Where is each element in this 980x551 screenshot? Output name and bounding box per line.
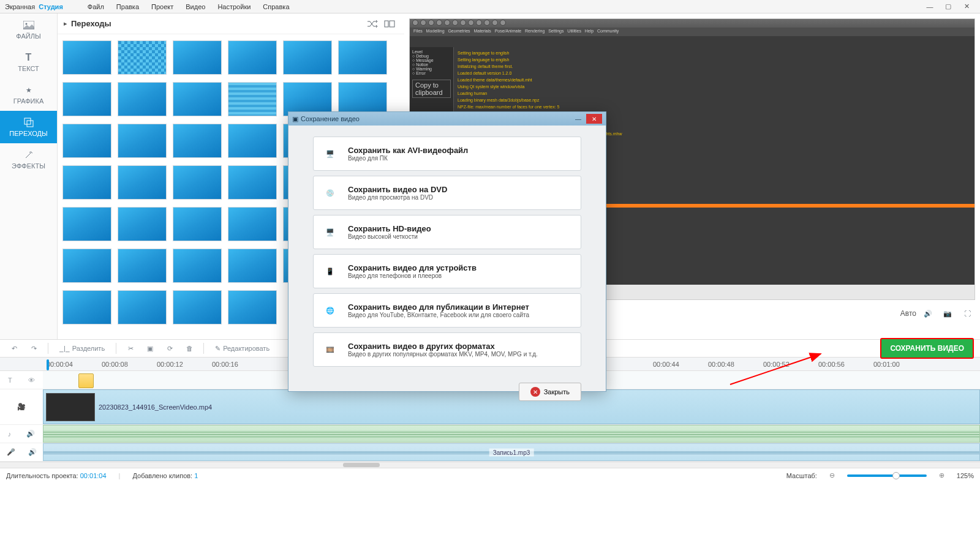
status-bar: Длительность проекта: 00:01:04 | Добавле… (0, 468, 980, 482)
sidebar-item-graphics[interactable]: ★ ГРАФИКА (0, 78, 57, 111)
menu-project[interactable]: Проект (145, 1, 179, 12)
eye-icon[interactable]: 👁 (28, 377, 35, 384)
edit-button[interactable]: ✎Редактировать (210, 341, 274, 356)
transition-thumb[interactable] (118, 249, 167, 283)
sidebar-item-label: ГРАФИКА (13, 97, 44, 105)
audio-track-1: ♪🔊 (0, 425, 980, 443)
sidebar-item-text[interactable]: T ТЕКСТ (0, 46, 57, 78)
play-icon: ▸ (64, 20, 67, 28)
text-clip[interactable] (78, 373, 94, 388)
audio-track-2: 🎤🔊 Запись1.mp3 (0, 443, 980, 462)
cut-button[interactable]: ✂ (123, 341, 138, 356)
svg-rect-2 (24, 118, 31, 124)
menu-video[interactable]: Видео (179, 1, 211, 12)
transition-thumb[interactable] (173, 290, 222, 324)
volume-icon[interactable]: 🔊 (920, 306, 936, 321)
dialog-minimize-button[interactable]: — (570, 114, 586, 124)
transition-thumb[interactable] (62, 207, 111, 241)
maximize-button[interactable]: ▢ (940, 2, 957, 12)
transition-thumb[interactable] (228, 207, 277, 241)
transition-thumb[interactable] (118, 40, 167, 75)
title-bar: Экранная Студия Файл Правка Проект Видео… (0, 0, 980, 13)
fullscreen-icon[interactable]: ⛶ (959, 306, 975, 321)
menu-settings[interactable]: Настройки (211, 1, 257, 12)
transition-thumb[interactable] (338, 40, 387, 75)
transition-thumb[interactable] (228, 249, 277, 283)
sidebar-item-label: ФАЙЛЫ (16, 32, 40, 40)
transition-thumb[interactable] (228, 165, 277, 200)
transition-thumb[interactable] (62, 290, 111, 324)
transition-thumb[interactable] (62, 249, 111, 283)
svg-rect-5 (390, 21, 394, 27)
crop-button[interactable]: ▣ (142, 341, 158, 356)
transition-thumb[interactable] (228, 82, 277, 116)
hd-monitor-icon: 🖥️ (321, 223, 339, 241)
save-option-dvd[interactable]: 💿 Сохранить видео на DVDВидео для просмо… (313, 176, 581, 210)
transition-thumb[interactable] (118, 290, 167, 324)
transition-thumb[interactable] (118, 124, 167, 158)
menu-help[interactable]: Справка (257, 1, 295, 12)
layout-button[interactable] (381, 17, 398, 31)
save-option-hd[interactable]: 🖥️ Сохранить HD-видеоВидео высокой четко… (313, 215, 581, 249)
zoom-slider[interactable] (847, 474, 927, 477)
transition-thumb[interactable] (62, 124, 111, 158)
globe-icon: 🌐 (321, 301, 339, 320)
svg-point-1 (25, 23, 27, 25)
split-icon: ⎯|⎯ (59, 345, 70, 352)
transition-thumb[interactable] (173, 124, 222, 158)
close-button[interactable]: ✕ (958, 2, 975, 12)
zoom-in-button[interactable]: ⊕ (939, 471, 944, 479)
undo-button[interactable]: ↶ (6, 341, 22, 356)
sidebar-item-files[interactable]: ФАЙЛЫ (0, 13, 57, 46)
music-icon: ♪ (8, 430, 12, 438)
zoom-out-button[interactable]: ⊖ (829, 471, 835, 479)
dialog-close-button[interactable]: ✕ (586, 114, 602, 124)
transition-thumb[interactable] (228, 290, 277, 324)
transition-thumb[interactable] (283, 40, 332, 75)
zoom-label: Масштаб: (786, 472, 817, 479)
speaker-icon[interactable]: 🔊 (28, 448, 37, 456)
text-icon: T (23, 52, 34, 63)
clip-thumbnail (46, 393, 95, 421)
delete-button[interactable]: 🗑 (181, 341, 197, 356)
save-option-devices[interactable]: 📱 Сохранить видео для устройствВидео для… (313, 254, 581, 288)
sidebar-item-label: ПЕРЕХОДЫ (9, 130, 47, 137)
transition-thumb[interactable] (173, 207, 222, 241)
app-name: Экранная (5, 3, 35, 10)
menu-file[interactable]: Файл (81, 1, 110, 12)
recording-clip[interactable]: Запись1.mp3 (43, 443, 980, 461)
transition-thumb[interactable] (118, 207, 167, 241)
minimize-button[interactable]: — (921, 2, 938, 12)
transition-thumb[interactable] (228, 40, 277, 75)
sidebar-item-transitions[interactable]: ПЕРЕХОДЫ (0, 111, 57, 143)
transition-thumb[interactable] (118, 82, 167, 116)
transition-thumb[interactable] (62, 165, 111, 200)
redo-button[interactable]: ↷ (26, 341, 42, 356)
sidebar-item-effects[interactable]: ЭФФЕКТЫ (0, 143, 57, 176)
horizontal-scrollbar[interactable] (343, 463, 380, 467)
snapshot-icon[interactable]: 📷 (940, 306, 956, 321)
transition-thumb[interactable] (173, 165, 222, 200)
dialog-close-footer-button[interactable]: ✕ Закрыть (519, 383, 581, 401)
transition-thumb[interactable] (62, 82, 111, 116)
speaker-icon[interactable]: 🔊 (26, 430, 35, 438)
save-option-avi[interactable]: 🖥️ Сохранить как AVI-видеофайлВидео для … (313, 137, 581, 171)
audio-clip[interactable] (43, 425, 980, 443)
save-option-other[interactable]: 🎞️ Сохранить видео в других форматахВиде… (313, 332, 581, 367)
copy-icon (23, 117, 34, 128)
close-icon-red: ✕ (530, 387, 540, 397)
save-video-button[interactable]: СОХРАНИТЬ ВИДЕО (880, 338, 974, 359)
panel-title: Переходы (71, 19, 111, 28)
rotate-button[interactable]: ⟳ (162, 341, 178, 356)
transition-thumb[interactable] (173, 249, 222, 283)
sidebar-item-label: ТЕКСТ (18, 65, 39, 72)
transition-thumb[interactable] (173, 82, 222, 116)
transition-thumb[interactable] (62, 40, 111, 75)
transition-thumb[interactable] (173, 40, 222, 75)
shuffle-button[interactable] (364, 17, 381, 31)
menu-edit[interactable]: Правка (110, 1, 145, 12)
transition-thumb[interactable] (118, 165, 167, 200)
save-option-internet[interactable]: 🌐 Сохранить видео для публикации в Интер… (313, 293, 581, 328)
split-button[interactable]: ⎯|⎯Разделить (55, 341, 110, 356)
transition-thumb[interactable] (228, 124, 277, 158)
